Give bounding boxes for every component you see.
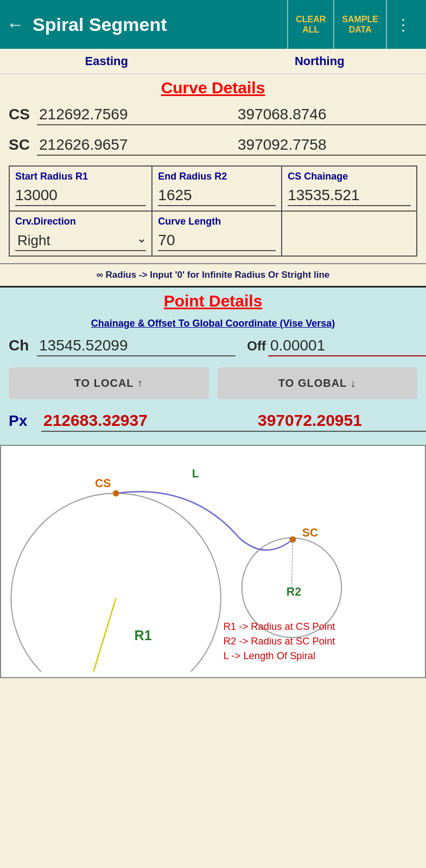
chainage-input[interactable] [37,336,236,356]
svg-point-0 [11,493,221,672]
clear-all-button[interactable]: CLEAR ALL [288,0,334,49]
column-headers: Easting Northing [0,49,426,74]
diagram-svg: CS SC L R1 R2 R1 -> Radius at CS Point R… [7,451,419,672]
sc-label: SC [9,136,37,154]
sc-diagram-label: SC [302,526,319,539]
point-details-subtitle: Chainage & Offset To Global Coordinate (… [9,318,417,329]
r1-diagram-label: R1 [135,628,152,643]
infinity-note: ∞ Radius -> Input '0' for Infinite Radiu… [0,264,426,288]
cs-chainage-input[interactable] [288,186,411,206]
end-radius-cell: End Radius R2 [152,166,282,211]
to-local-button[interactable]: TO LOCAL ↑ [9,367,209,399]
cs-chainage-cell: CS Chainage [282,166,417,211]
sc-easting-input[interactable] [37,135,236,156]
northing-header: Northing [213,49,427,74]
legend-line-2: R2 -> Radius at SC Point [224,635,335,647]
cs-easting-input[interactable] [37,105,236,125]
px-row: Px [9,410,417,432]
easting-header: Easting [0,49,213,74]
page-title: Spiral Segment [33,14,287,35]
curve-length-cell: Curve Length [152,211,282,256]
px-label: Px [9,412,41,430]
direction-select[interactable]: Right Left [15,231,146,251]
point-details-section: Point Details Chainage & Offset To Globa… [0,288,426,445]
start-radius-label: Start Radius R1 [15,171,146,182]
cs-northing-input[interactable] [236,105,426,125]
curve-details-section: Curve Details CS SC Start Radius R1 End … [0,74,426,264]
cs-chainage-label: CS Chainage [288,171,411,182]
curve-details-title: Curve Details [9,79,417,97]
svg-line-5 [292,539,293,588]
curve-length-label: Curve Length [158,216,276,227]
crv-direction-cell: Crv.Direction Right Left [9,211,152,256]
app-header: ← Spiral Segment CLEAR ALL SAMPLE DATA ⋮ [0,0,426,49]
conversion-buttons: TO LOCAL ↑ TO GLOBAL ↓ [9,367,417,399]
cs-row: CS [9,105,417,125]
svg-point-2 [113,490,119,497]
cs-diagram-label: CS [95,477,111,490]
r2-diagram-label: R2 [287,585,301,598]
start-radius-input[interactable] [15,186,146,206]
curve-length-input[interactable] [158,231,276,251]
point-details-title: Point Details [9,292,417,310]
ch-off-row: Ch Off [9,336,417,356]
sc-northing-input[interactable] [236,135,426,156]
ch-label: Ch [9,337,37,354]
header-actions: CLEAR ALL SAMPLE DATA ⋮ [287,0,419,49]
px-northing-output[interactable] [256,410,426,432]
start-radius-cell: Start Radius R1 [9,166,152,211]
cs-label: CS [9,106,37,123]
legend-line-1: R1 -> Radius at CS Point [224,621,335,632]
sc-row: SC [9,135,417,156]
back-button[interactable]: ← [7,15,24,35]
l-diagram-label: L [192,467,199,480]
end-radius-input[interactable] [158,186,276,206]
px-easting-output[interactable] [41,410,256,432]
sample-data-button[interactable]: SAMPLE DATA [334,0,387,49]
legend-line-3: L -> Length Of Spiral [224,650,315,661]
offset-input[interactable] [268,336,426,356]
curve-params-table: Start Radius R1 End Radius R2 CS Chainag… [9,165,417,257]
spiral-diagram: CS SC L R1 R2 R1 -> Radius at CS Point R… [0,445,426,678]
off-label: Off [236,339,268,354]
svg-line-4 [87,598,116,672]
end-radius-label: End Radius R2 [158,171,276,182]
to-global-button[interactable]: TO GLOBAL ↓ [218,367,418,399]
crv-direction-label: Crv.Direction [15,216,146,227]
empty-cell [282,211,417,256]
more-options-button[interactable]: ⋮ [387,0,419,49]
